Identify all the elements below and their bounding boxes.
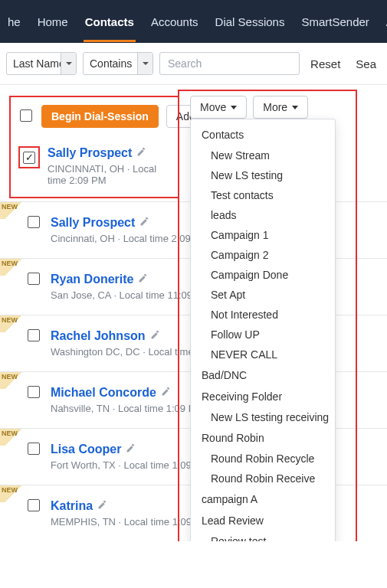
- pencil-icon[interactable]: [97, 500, 107, 512]
- nav-item-home[interactable]: Home: [36, 2, 70, 42]
- caret-down-icon: [231, 106, 237, 109]
- toolbar: Begin Dial-Session Add Event: [18, 105, 170, 128]
- contact-name-link[interactable]: Michael Concorde: [51, 386, 156, 400]
- move-menu-item[interactable]: Review test: [191, 531, 335, 541]
- move-menu-header[interactable]: campaign A: [191, 488, 335, 510]
- move-menu-header[interactable]: Bad/DNC: [191, 364, 335, 386]
- move-menu-header[interactable]: Contacts: [191, 124, 335, 145]
- select-all-checkbox[interactable]: [20, 109, 32, 122]
- contact-checkbox[interactable]: [28, 386, 40, 398]
- move-menu-item[interactable]: Round Robin Receive: [191, 469, 335, 488]
- selected-contact-row: Sally Prospect CINCINNATI, OH · Local ti…: [18, 146, 170, 186]
- move-menu-item[interactable]: Not Interested: [191, 305, 335, 325]
- operator-select[interactable]: Contains: [83, 52, 153, 75]
- move-menu-header[interactable]: Lead Review: [191, 510, 335, 531]
- more-button[interactable]: More: [253, 96, 308, 119]
- move-menu-header[interactable]: Round Robin: [191, 427, 335, 449]
- pencil-icon[interactable]: [126, 443, 136, 456]
- move-menu-item[interactable]: New Stream: [191, 145, 335, 165]
- new-badge: NEW: [0, 259, 28, 276]
- contact-checkbox[interactable]: [28, 443, 40, 455]
- filter-bar: Last Name Contains Reset Sea: [0, 43, 387, 85]
- move-menu-item[interactable]: Test contacts: [191, 185, 335, 205]
- nav-item-smartsender[interactable]: SmartSender: [300, 2, 370, 42]
- contact-name-link[interactable]: Lisa Cooper: [51, 443, 121, 456]
- move-menu-item[interactable]: New LS testing: [191, 165, 335, 185]
- pencil-icon[interactable]: [161, 387, 171, 399]
- contact-subtext: CINCINNATI, OH · Local time 2:09 PM: [48, 163, 170, 186]
- move-menu-header[interactable]: Receiving Folder: [191, 386, 335, 407]
- nav-item-dial-sessions[interactable]: Dial Sessions: [214, 2, 287, 42]
- contact-name-link[interactable]: Ryan Donerite: [51, 273, 133, 286]
- pencil-icon[interactable]: [136, 147, 146, 159]
- chevron-down-icon: [61, 53, 76, 74]
- more-button-label: More: [263, 101, 287, 113]
- new-badge: NEW: [0, 429, 28, 446]
- contact-name-link[interactable]: Sally Prospect: [51, 216, 135, 230]
- move-menu-item[interactable]: Round Robin Recycle: [191, 449, 335, 469]
- move-menu-item[interactable]: Campaign 1: [191, 225, 335, 245]
- move-menu-item[interactable]: leads: [191, 205, 335, 225]
- contact-checkbox[interactable]: [28, 329, 40, 341]
- contact-name-link[interactable]: Rachel Johnson: [51, 329, 146, 343]
- move-menu-item[interactable]: New LS testing receiving: [191, 407, 335, 427]
- new-badge: NEW: [0, 315, 28, 332]
- new-badge: NEW: [0, 202, 28, 219]
- move-menu-item[interactable]: NEVER CALL: [191, 345, 335, 364]
- nav-item-trunc-left[interactable]: he: [6, 2, 22, 42]
- contact-name-link[interactable]: Sally Prospect: [48, 146, 132, 160]
- contact-subtext: Cincinnati, OH · Local time 2:09 PM: [51, 233, 208, 244]
- contact-checkbox[interactable]: [28, 216, 40, 228]
- pencil-icon[interactable]: [150, 330, 160, 342]
- contact-name-link[interactable]: Katrina: [51, 499, 93, 513]
- chevron-down-icon: [137, 53, 153, 74]
- nav-item-accounts[interactable]: Accounts: [149, 2, 200, 42]
- contact-checkbox[interactable]: [28, 273, 40, 285]
- contact-subtext: Nahsville, TN · Local time 1:09 PM: [51, 403, 203, 414]
- move-menu-item[interactable]: Campaign 2: [191, 245, 335, 265]
- operator-select-value: Contains: [90, 57, 132, 70]
- move-menu-item[interactable]: Campaign Done: [191, 265, 335, 285]
- highlight-box-checkbox: [18, 146, 40, 168]
- caret-down-icon: [292, 106, 298, 109]
- move-menu-item[interactable]: Set Apt: [191, 285, 335, 305]
- toolbar-region: Begin Dial-Session Add Event Sally Prosp…: [0, 85, 387, 201]
- contact-subtext: San Jose, CA · Local time 11:09 AM: [51, 289, 209, 301]
- field-select-value: Last Name: [13, 57, 65, 70]
- toolbar-right: Move More: [190, 96, 308, 119]
- pencil-icon[interactable]: [138, 273, 148, 286]
- search-input[interactable]: [159, 52, 300, 75]
- reset-button[interactable]: Reset: [306, 54, 345, 74]
- contact-checkbox[interactable]: [28, 499, 40, 511]
- begin-dial-session-button[interactable]: Begin Dial-Session: [41, 105, 159, 128]
- new-badge: NEW: [0, 485, 28, 502]
- move-button-label: Move: [200, 101, 226, 113]
- contact-subtext: Fort Worth, TX · Local time 1:09 PM: [51, 459, 209, 471]
- nav-item-contacts[interactable]: Contacts: [84, 2, 136, 42]
- contact-checkbox[interactable]: [23, 152, 35, 164]
- field-select[interactable]: Last Name: [6, 52, 77, 75]
- search-button[interactable]: Sea: [351, 54, 381, 74]
- move-dropdown[interactable]: ContactsNew StreamNew LS testingTest con…: [190, 119, 336, 541]
- move-button[interactable]: Move: [190, 96, 247, 119]
- new-badge: NEW: [0, 372, 28, 389]
- top-nav: he Home Contacts Accounts Dial Sessions …: [0, 0, 387, 43]
- highlight-box-selection: Begin Dial-Session Add Event Sally Prosp…: [9, 96, 179, 198]
- pencil-icon[interactable]: [139, 217, 149, 229]
- contact-subtext: MEMPHIS, TN · Local time 1:09 PM: [51, 516, 209, 528]
- move-menu-item[interactable]: Follow UP: [191, 325, 335, 345]
